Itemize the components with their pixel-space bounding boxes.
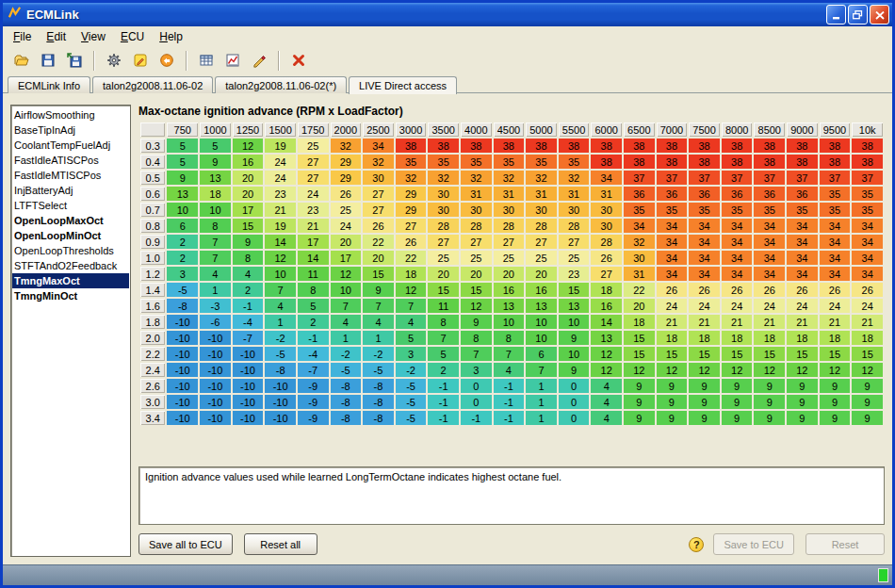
table-cell[interactable]: -10 (200, 331, 231, 345)
table-cell[interactable]: 0 (559, 395, 590, 409)
load-row-header-1-4[interactable]: 1.4 (140, 283, 165, 297)
load-row-header-0-9[interactable]: 0.9 (140, 235, 165, 249)
rpm-col-header-8500[interactable]: 8500 (754, 122, 785, 137)
table-cell[interactable]: 8 (200, 219, 231, 233)
table-cell[interactable]: 9 (787, 411, 818, 425)
close-button[interactable] (870, 5, 889, 24)
table-cell[interactable]: 10 (526, 315, 557, 329)
table-cell[interactable]: 19 (265, 219, 296, 233)
table-cell[interactable]: -10 (167, 363, 198, 377)
table-cell[interactable]: 15 (754, 347, 785, 361)
table-cell[interactable]: 38 (559, 139, 590, 153)
rpm-col-header-7500[interactable]: 7500 (689, 122, 720, 137)
rpm-col-header-1000[interactable]: 1000 (200, 122, 231, 137)
table-cell[interactable]: 38 (428, 139, 459, 153)
table-cell[interactable]: -10 (265, 411, 296, 425)
table-cell[interactable]: 9 (559, 363, 590, 377)
graph-button[interactable] (220, 49, 244, 73)
table-cell[interactable]: 26 (396, 235, 427, 249)
table-cell[interactable]: -10 (233, 411, 264, 425)
table-cell[interactable]: 9 (200, 155, 231, 169)
table-cell[interactable]: 32 (559, 171, 590, 185)
table-cell[interactable]: 30 (494, 203, 525, 217)
reset-all-button[interactable]: Reset all (244, 533, 317, 555)
table-cell[interactable]: 38 (526, 139, 557, 153)
table-cell[interactable]: 23 (265, 187, 296, 201)
rpm-col-header-3500[interactable]: 3500 (428, 122, 459, 137)
table-cell[interactable]: 35 (820, 203, 851, 217)
menu-item-ecu[interactable]: ECU (113, 28, 152, 45)
table-cell[interactable]: 34 (689, 251, 720, 265)
table-cell[interactable]: 18 (689, 331, 720, 345)
rpm-col-header-7000[interactable]: 7000 (657, 122, 688, 137)
table-cell[interactable]: 15 (852, 347, 883, 361)
table-cell[interactable]: 16 (233, 155, 264, 169)
table-cell[interactable]: 34 (852, 219, 883, 233)
table-cell[interactable]: 15 (657, 347, 688, 361)
table-cell[interactable]: 20 (526, 267, 557, 281)
table-cell[interactable]: 25 (331, 203, 362, 217)
table-cell[interactable]: -8 (265, 363, 296, 377)
table-cell[interactable]: -1 (494, 379, 525, 393)
table-cell[interactable]: 32 (494, 171, 525, 185)
table-cell[interactable]: 14 (265, 235, 296, 249)
table-cell[interactable]: -4 (298, 347, 329, 361)
flash-ecu-button[interactable] (155, 49, 178, 73)
table-cell[interactable]: 35 (494, 155, 525, 169)
table-cell[interactable]: 1 (331, 331, 362, 345)
rpm-col-header-1250[interactable]: 1250 (233, 122, 264, 137)
rpm-col-header-1500[interactable]: 1500 (265, 122, 296, 137)
save-to-ecu-button[interactable]: Save to ECU (713, 533, 794, 555)
table-cell[interactable]: 12 (591, 347, 622, 361)
table-cell[interactable]: 18 (852, 331, 883, 345)
rpm-col-header-3000[interactable]: 3000 (396, 122, 427, 137)
table-cell[interactable]: 7 (396, 299, 427, 313)
table-cell[interactable]: 34 (754, 251, 785, 265)
table-cell[interactable]: 35 (526, 155, 557, 169)
table-cell[interactable]: 38 (689, 155, 720, 169)
table-cell[interactable]: 20 (363, 251, 394, 265)
table-cell[interactable]: -5 (396, 379, 427, 393)
rpm-col-header-6000[interactable]: 6000 (591, 122, 622, 137)
table-cell[interactable]: 38 (461, 139, 492, 153)
table-cell[interactable]: 15 (461, 283, 492, 297)
table-cell[interactable]: 9 (624, 395, 655, 409)
table-cell[interactable]: 35 (461, 155, 492, 169)
table-cell[interactable]: 9 (363, 283, 394, 297)
table-cell[interactable]: 26 (820, 283, 851, 297)
table-cell[interactable]: 16 (526, 283, 557, 297)
table-cell[interactable]: -8 (167, 299, 198, 313)
table-cell[interactable]: 38 (820, 155, 851, 169)
capture-config-button[interactable] (194, 49, 218, 73)
table-cell[interactable]: 34 (722, 219, 753, 233)
table-cell[interactable]: 36 (754, 187, 785, 201)
load-row-header-0-8[interactable]: 0.8 (140, 219, 165, 233)
table-cell[interactable]: 4 (265, 299, 296, 313)
table-cell[interactable]: 26 (689, 283, 720, 297)
table-cell[interactable]: 9 (689, 379, 720, 393)
table-cell[interactable]: 38 (787, 139, 818, 153)
load-row-header-3-0[interactable]: 3.0 (140, 395, 165, 409)
table-cell[interactable]: 38 (689, 139, 720, 153)
table-cell[interactable]: 9 (852, 379, 883, 393)
table-cell[interactable]: 9 (167, 171, 198, 185)
table-cell[interactable]: 27 (559, 235, 590, 249)
load-row-header-0-5[interactable]: 0.5 (140, 171, 165, 185)
table-cell[interactable]: 28 (559, 219, 590, 233)
table-cell[interactable]: 9 (754, 395, 785, 409)
table-cell[interactable]: 9 (461, 315, 492, 329)
table-cell[interactable]: 34 (722, 235, 753, 249)
table-cell[interactable]: 30 (624, 251, 655, 265)
table-cell[interactable]: 24 (331, 219, 362, 233)
table-cell[interactable]: -10 (200, 347, 231, 361)
table-cell[interactable]: 4 (591, 379, 622, 393)
table-cell[interactable]: 38 (820, 139, 851, 153)
table-cell[interactable]: 20 (331, 235, 362, 249)
table-cell[interactable]: 3 (396, 347, 427, 361)
table-cell[interactable]: 20 (233, 171, 264, 185)
table-cell[interactable]: -10 (167, 331, 198, 345)
table-cell[interactable]: 34 (820, 267, 851, 281)
table-cell[interactable]: 34 (852, 267, 883, 281)
table-cell[interactable]: 34 (787, 267, 818, 281)
table-cell[interactable]: -10 (167, 411, 198, 425)
